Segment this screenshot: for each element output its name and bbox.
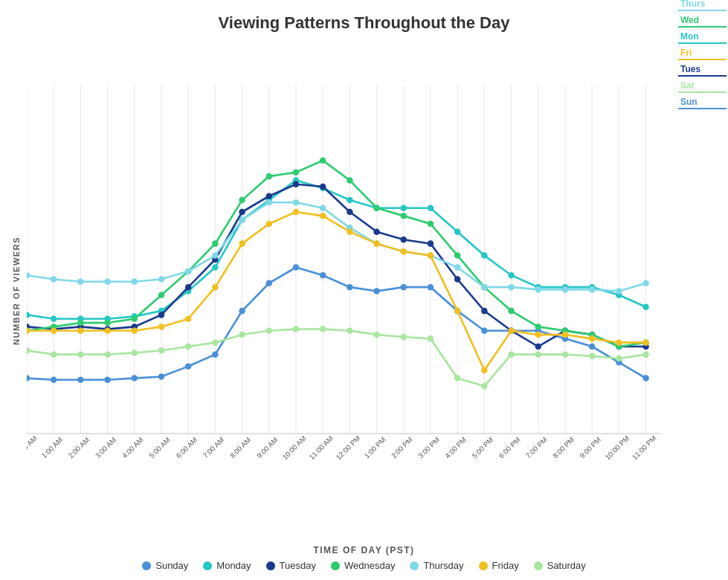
svg-point-178 [266, 327, 273, 334]
legend-right-monday: Mon [678, 30, 727, 44]
main-chart-svg: 12:00 AM 1:00 AM 2:00 AM 3:00 AM 4:00 AM… [27, 39, 676, 544]
legend-item-saturday: Saturday [534, 560, 586, 571]
svg-text:8:00 PM: 8:00 PM [551, 435, 576, 460]
line-monday [27, 180, 646, 318]
legend-bottom: Sunday Monday Tuesday Wednesday Thursday… [142, 560, 586, 571]
svg-point-175 [185, 344, 192, 350]
svg-text:1:00 PM: 1:00 PM [363, 435, 387, 460]
svg-point-79 [185, 284, 192, 291]
svg-text:5:00 PM: 5:00 PM [470, 435, 495, 460]
svg-point-49 [27, 312, 30, 318]
svg-point-84 [320, 184, 326, 190]
svg-text:11:00 PM: 11:00 PM [631, 434, 658, 462]
svg-text:7:00 PM: 7:00 PM [524, 435, 549, 460]
svg-point-129 [239, 216, 245, 223]
svg-point-187 [508, 351, 515, 358]
legend-right-friday: Fri [678, 47, 727, 60]
svg-point-37 [347, 284, 353, 291]
svg-point-183 [401, 334, 408, 341]
legend-right-saturday: Sat [678, 80, 727, 93]
legend-label-monday: Monday [216, 560, 251, 571]
legend-item-monday: Monday [203, 560, 251, 571]
x-axis-label: TIME OF DAY (PST) [313, 545, 414, 555]
svg-point-89 [454, 276, 461, 283]
legend-label-sunday: Sunday [155, 560, 188, 571]
line-friday [27, 212, 646, 370]
svg-point-137 [454, 264, 461, 271]
svg-point-188 [535, 351, 541, 358]
svg-point-158 [373, 240, 380, 247]
svg-point-115 [508, 308, 515, 315]
svg-point-143 [616, 288, 622, 294]
svg-point-164 [535, 332, 541, 338]
svg-point-147 [77, 327, 84, 334]
legend-right-tuesday: Tues [678, 63, 727, 77]
svg-point-56 [212, 264, 219, 271]
svg-point-126 [158, 276, 165, 283]
svg-point-144 [642, 280, 649, 287]
svg-point-111 [401, 213, 408, 219]
svg-point-83 [293, 181, 300, 188]
legend-item-tuesday: Tuesday [266, 560, 316, 571]
legend-label-tuesday: Tuesday [280, 560, 316, 571]
svg-point-121 [27, 272, 30, 279]
line-sunday [27, 268, 646, 380]
legend-right-thursday: Thurs [678, 0, 727, 11]
svg-text:9:00 AM: 9:00 AM [255, 436, 280, 460]
svg-point-113 [454, 252, 461, 259]
svg-point-66 [481, 252, 488, 259]
legend-label-friday: Friday [492, 560, 519, 571]
svg-point-85 [347, 209, 353, 216]
svg-point-48 [642, 375, 649, 381]
svg-point-177 [239, 332, 245, 338]
legend-right-wednesday: Wed [678, 14, 727, 28]
legend-dot-tuesday [266, 561, 275, 570]
svg-text:12:00 PM: 12:00 PM [335, 434, 362, 462]
svg-point-172 [104, 351, 111, 358]
svg-point-191 [616, 355, 622, 362]
svg-point-46 [589, 344, 596, 350]
svg-point-87 [401, 236, 408, 243]
svg-point-169 [27, 347, 30, 354]
svg-point-88 [428, 240, 434, 247]
svg-point-171 [77, 351, 84, 358]
svg-point-146 [51, 327, 57, 334]
svg-point-90 [481, 308, 488, 315]
legend-label-saturday: Saturday [547, 560, 586, 571]
svg-point-168 [642, 339, 649, 346]
svg-point-112 [428, 221, 434, 228]
svg-point-190 [589, 353, 596, 360]
svg-text:4:00 PM: 4:00 PM [443, 435, 468, 460]
svg-point-150 [158, 323, 165, 330]
svg-point-86 [373, 228, 380, 235]
svg-point-92 [535, 344, 541, 350]
svg-point-132 [320, 204, 326, 211]
svg-point-141 [562, 286, 569, 293]
svg-point-170 [51, 351, 57, 358]
svg-point-34 [266, 280, 273, 287]
line-tuesday [27, 184, 646, 347]
svg-point-140 [535, 286, 541, 293]
svg-point-159 [401, 248, 408, 255]
line-thursday [27, 202, 646, 291]
chart-container: Viewing Patterns Throughout the Day NUMB… [0, 0, 728, 580]
svg-point-153 [239, 240, 245, 247]
svg-point-99 [77, 320, 84, 326]
svg-point-102 [158, 292, 165, 299]
svg-point-30 [158, 373, 165, 380]
svg-point-38 [373, 288, 380, 294]
svg-point-154 [266, 221, 273, 228]
svg-point-82 [266, 193, 273, 199]
svg-point-152 [212, 284, 219, 291]
svg-point-173 [132, 349, 138, 356]
svg-point-151 [185, 316, 192, 323]
svg-point-184 [428, 335, 434, 342]
chart-area: NUMBER OF VIEWERS [0, 39, 728, 544]
legend-label-thursday: Thursday [423, 560, 463, 571]
svg-point-36 [320, 272, 326, 279]
legend-dot-saturday [534, 561, 543, 570]
svg-point-125 [132, 278, 138, 285]
svg-point-78 [158, 312, 165, 318]
svg-text:5:00 AM: 5:00 AM [147, 436, 172, 460]
svg-text:10:00 AM: 10:00 AM [280, 434, 307, 461]
